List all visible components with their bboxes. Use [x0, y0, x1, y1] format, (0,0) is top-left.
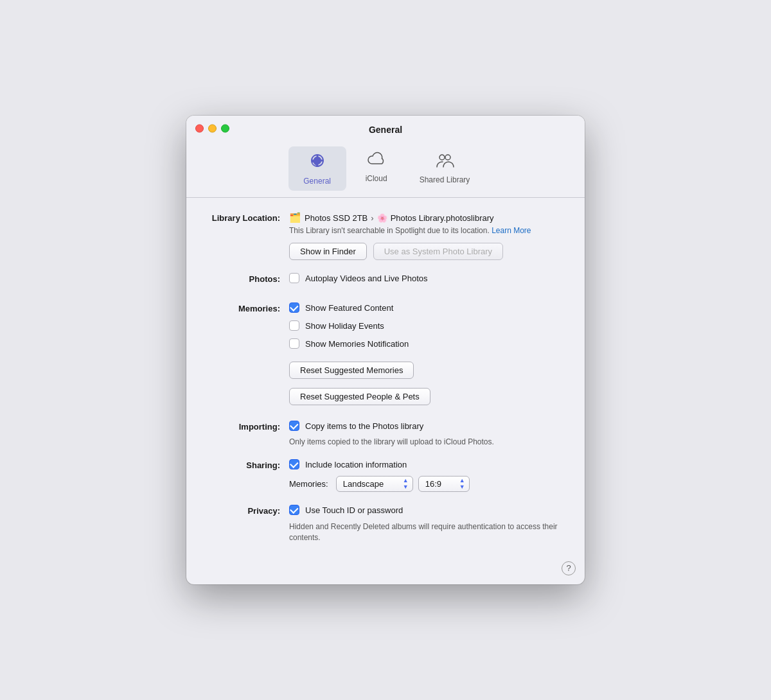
show-holiday-row: Show Holiday Events	[289, 320, 565, 331]
memories-content: Show Featured Content Show Holiday Event…	[289, 302, 565, 408]
show-holiday-label: Show Holiday Events	[305, 321, 384, 331]
orientation-select[interactable]: Landscape Portrait	[336, 476, 413, 492]
include-location-row: Include location information	[289, 459, 565, 469]
show-featured-row: Show Featured Content	[289, 302, 565, 313]
memories-orientation-row: Memories: Landscape Portrait ▲ ▼	[289, 476, 565, 492]
tab-general[interactable]: General	[288, 146, 346, 191]
reset-suggested-memories-button[interactable]: Reset Suggested Memories	[289, 362, 414, 379]
titlebar: General	[186, 116, 585, 141]
show-notification-label: Show Memories Notification	[305, 339, 409, 349]
learn-more-link[interactable]: Learn More	[492, 226, 531, 235]
show-featured-checkbox[interactable]	[289, 302, 299, 313]
close-button[interactable]	[195, 125, 204, 133]
copy-items-label: Copy items to the Photos library	[305, 421, 423, 431]
sharing-label: Sharing:	[206, 459, 289, 470]
svg-point-1	[445, 155, 450, 160]
privacy-row: Privacy: Use Touch ID or password Hidden…	[206, 505, 565, 552]
importing-note: Only items copied to the library will up…	[289, 437, 565, 446]
library-path: 🗂️ Photos SSD 2TB › 🌸 Photos Library.pho…	[289, 212, 565, 223]
traffic-lights	[195, 125, 229, 133]
privacy-note: Hidden and Recently Deleted albums will …	[289, 521, 565, 543]
privacy-content: Use Touch ID or password Hidden and Rece…	[289, 505, 565, 543]
general-icon	[308, 152, 326, 174]
disk-icon: 🗂️	[289, 212, 301, 223]
reset-memories-row: Reset Suggested Memories	[289, 362, 565, 379]
orientation-select-wrapper: Landscape Portrait ▲ ▼	[336, 476, 413, 492]
privacy-label: Privacy:	[206, 505, 289, 516]
touch-id-row: Use Touch ID or password	[289, 505, 565, 515]
autoplay-label: Autoplay Videos and Live Photos	[305, 274, 428, 283]
importing-row: Importing: Copy items to the Photos libr…	[206, 421, 565, 446]
touch-id-checkbox[interactable]	[289, 505, 299, 515]
tab-shared-library[interactable]: Shared Library	[407, 146, 483, 191]
ratio-select[interactable]: 16:9 4:3 1:1	[418, 476, 470, 492]
use-as-system-button[interactable]: Use as System Photo Library	[373, 243, 503, 260]
tab-icloud[interactable]: iCloud	[348, 146, 405, 191]
reset-people-row: Reset Suggested People & Pets	[289, 388, 565, 405]
minimize-button[interactable]	[208, 125, 217, 133]
disk-name: Photos SSD 2TB	[305, 213, 368, 223]
include-location-label: Include location information	[305, 460, 407, 469]
photos-content: Autoplay Videos and Live Photos	[289, 273, 565, 290]
show-featured-label: Show Featured Content	[305, 303, 393, 313]
window-title: General	[369, 125, 402, 135]
include-location-checkbox[interactable]	[289, 459, 299, 469]
maximize-button[interactable]	[221, 125, 229, 133]
photos-row: Photos: Autoplay Videos and Live Photos	[206, 273, 565, 290]
library-buttons: Show in Finder Use as System Photo Libra…	[289, 243, 565, 260]
show-holiday-checkbox[interactable]	[289, 320, 299, 331]
settings-content: Library Location: 🗂️ Photos SSD 2TB › 🌸 …	[186, 198, 585, 584]
show-notification-checkbox[interactable]	[289, 338, 299, 349]
library-note-text: This Library isn't searchable in Spotlig…	[289, 226, 490, 235]
shared-library-tab-label: Shared Library	[420, 175, 470, 184]
copy-items-row: Copy items to the Photos library	[289, 421, 565, 431]
reset-suggested-people-button[interactable]: Reset Suggested People & Pets	[289, 388, 430, 405]
importing-label: Importing:	[206, 421, 289, 432]
sharing-content: Include location information Memories: L…	[289, 459, 565, 492]
sharing-row: Sharing: Include location information Me…	[206, 459, 565, 492]
library-location-content: 🗂️ Photos SSD 2TB › 🌸 Photos Library.pho…	[289, 212, 565, 260]
photos-label: Photos:	[206, 273, 289, 284]
autoplay-checkbox[interactable]	[289, 273, 299, 283]
icloud-icon	[367, 152, 386, 171]
library-location-row: Library Location: 🗂️ Photos SSD 2TB › 🌸 …	[206, 212, 565, 260]
shared-library-icon	[434, 152, 455, 173]
touch-id-label: Use Touch ID or password	[305, 505, 403, 515]
copy-items-checkbox[interactable]	[289, 421, 299, 431]
memories-row: Memories: Show Featured Content Show Hol…	[206, 302, 565, 408]
help-button[interactable]: ?	[562, 561, 576, 575]
ratio-select-wrapper: 16:9 4:3 1:1 ▲ ▼	[418, 476, 470, 492]
library-location-label: Library Location:	[206, 212, 289, 223]
photos-icon: 🌸	[377, 213, 387, 223]
toolbar: General iCloud Shared Library	[186, 141, 585, 191]
sharing-memories-label: Memories:	[289, 479, 328, 489]
memories-label: Memories:	[206, 302, 289, 313]
show-notification-row: Show Memories Notification	[289, 338, 565, 349]
library-name: Photos Library.photoslibrary	[391, 213, 494, 223]
general-tab-label: General	[303, 177, 331, 186]
preferences-window: General General iCloud	[186, 116, 585, 584]
path-arrow: ›	[371, 213, 373, 223]
library-note: This Library isn't searchable in Spotlig…	[289, 226, 565, 235]
show-in-finder-button[interactable]: Show in Finder	[289, 243, 367, 260]
icloud-tab-label: iCloud	[366, 174, 387, 183]
importing-content: Copy items to the Photos library Only it…	[289, 421, 565, 446]
svg-point-0	[439, 155, 445, 160]
autoplay-row: Autoplay Videos and Live Photos	[289, 273, 565, 283]
